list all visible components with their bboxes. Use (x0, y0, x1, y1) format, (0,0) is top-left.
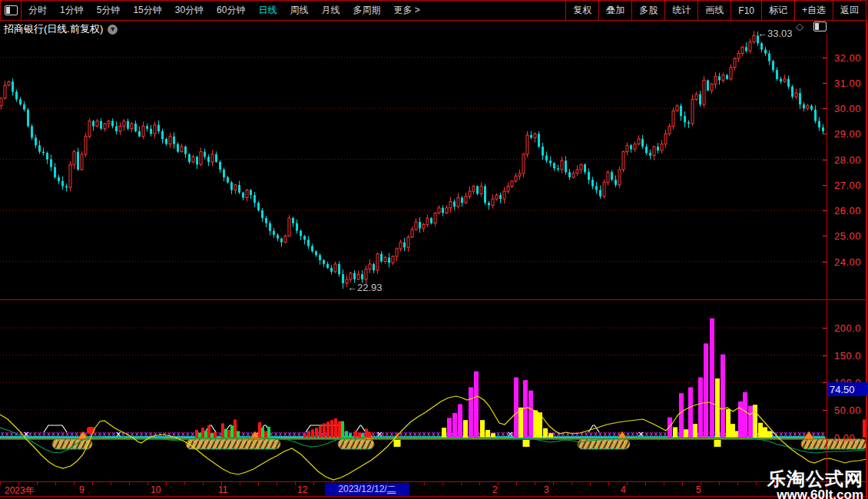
menu-item-叠加[interactable]: 叠加 (598, 1, 631, 20)
split-window-icon[interactable] (813, 21, 827, 31)
candle (257, 203, 260, 210)
menu-item-更多 >[interactable]: 更多 > (393, 4, 419, 17)
candle (161, 131, 164, 139)
candle (323, 260, 325, 264)
candle (104, 124, 106, 129)
candle (495, 195, 498, 199)
indicator-axis-tick (823, 382, 827, 383)
candle (438, 208, 440, 213)
candle (580, 164, 582, 170)
menu-item-统计[interactable]: 统计 (664, 1, 697, 20)
candle (92, 121, 94, 127)
candle (741, 47, 744, 53)
app-window: { "colors":{ "border_red":"#c80000","lab… (0, 0, 868, 499)
candle (507, 187, 509, 192)
price-axis-tick (823, 83, 827, 84)
candle (768, 54, 770, 61)
candle (680, 106, 682, 116)
indicator-bar (361, 433, 364, 438)
candle (319, 255, 321, 260)
menu-item-画线[interactable]: 画线 (697, 1, 731, 20)
candle (81, 154, 83, 170)
candle (653, 147, 655, 156)
candle (542, 147, 544, 156)
candle (65, 187, 68, 188)
candle (42, 152, 45, 154)
menu-item-60分钟[interactable]: 60分钟 (217, 4, 245, 17)
candle (23, 104, 25, 110)
indicator-value-badge: 74.50 (827, 382, 868, 396)
menu-item-多周期[interactable]: 多周期 (353, 4, 380, 17)
candle (392, 256, 394, 263)
candle (35, 137, 37, 145)
candle (123, 121, 125, 127)
window-right-border (866, 21, 867, 499)
menu-item-日线[interactable]: 日线 (258, 4, 277, 17)
indicator-chart: ××××××××××××××××××××××××××××××××××××××××… (0, 319, 867, 480)
candle (200, 152, 202, 165)
menu-item-多股[interactable]: 多股 (631, 1, 664, 20)
title-row: 招商银行(日线.前复权) ▼ (4, 22, 118, 36)
indicator-bar (688, 387, 693, 438)
indicator-bar (201, 428, 204, 438)
candle (795, 93, 797, 97)
price-axis-tick (823, 134, 827, 134)
candle (591, 180, 594, 186)
candle (250, 190, 252, 196)
yellow-square-marker (714, 440, 721, 447)
candle (277, 235, 279, 239)
price-axis-tick (823, 262, 827, 263)
candle (338, 264, 340, 274)
candle (730, 68, 732, 79)
menu-item-分时[interactable]: 分时 (28, 4, 47, 17)
panel-toggle-button[interactable] (1, 1, 22, 20)
candle (31, 126, 33, 137)
indicator-bar (763, 427, 767, 438)
candle (12, 81, 14, 91)
candle (518, 173, 521, 176)
indicator-bar (528, 391, 533, 438)
candle (634, 144, 636, 150)
menu-item-周线[interactable]: 周线 (290, 4, 308, 17)
candle (357, 274, 359, 279)
menu-item-复权[interactable]: 复权 (565, 1, 598, 20)
candle (576, 170, 578, 173)
candle (415, 222, 417, 230)
candle (96, 121, 98, 127)
indicator-bar (261, 428, 264, 438)
date-axis-ticks (0, 482, 866, 485)
menu-item-月线[interactable]: 月线 (321, 4, 340, 17)
indicator-bar (227, 430, 230, 438)
candle (707, 81, 709, 91)
menu-item-标记[interactable]: 标记 (761, 1, 794, 20)
indicator-bar (442, 428, 446, 438)
diamond-icon[interactable]: ◇ (796, 21, 803, 31)
indicator-bar (207, 425, 210, 438)
candle (134, 124, 137, 131)
menu-item-1分钟[interactable]: 1分钟 (60, 4, 84, 17)
chevron-down-icon[interactable]: ▼ (108, 25, 118, 35)
menu-item-F10[interactable]: F10 (731, 1, 761, 20)
indicator-bar (264, 431, 267, 438)
candle (461, 197, 463, 203)
menu-item-5分钟[interactable]: 5分钟 (97, 4, 121, 17)
candle (373, 264, 375, 270)
candle (27, 110, 29, 127)
menu-item-30分钟[interactable]: 30分钟 (175, 4, 204, 17)
menu-item-返回[interactable]: 返回 (833, 1, 866, 20)
candle (664, 134, 667, 144)
menu-item-15分钟[interactable]: 15分钟 (133, 4, 161, 17)
date-label: 3 (544, 484, 549, 495)
candle (411, 230, 413, 237)
candle (803, 104, 805, 108)
price-annotation: ←22.93 (347, 282, 383, 293)
menu-item-+自选[interactable]: +自选 (794, 1, 833, 20)
indicator-axis-label: 50.00 (834, 405, 861, 416)
candle (273, 231, 275, 235)
candle (46, 153, 48, 159)
indicator-bar (743, 392, 747, 438)
date-label: 11 (218, 484, 227, 495)
candle (645, 147, 648, 153)
candle (181, 147, 183, 152)
candle (672, 111, 674, 126)
